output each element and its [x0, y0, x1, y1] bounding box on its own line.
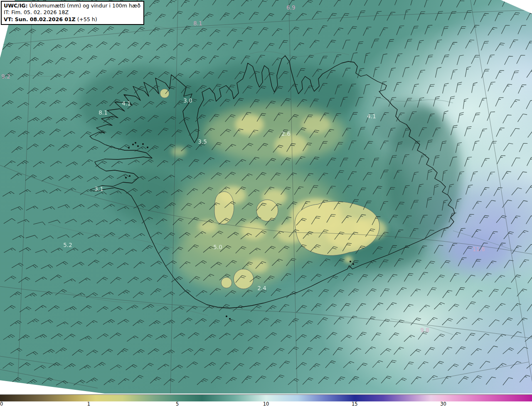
wind-barb: [510, 128, 520, 137]
wind-barb: [133, 350, 144, 355]
wind-barb: [304, 55, 314, 63]
wind-barb: [2, 43, 13, 50]
wind-barb: [204, 362, 216, 368]
wind-barb: [411, 26, 419, 35]
wind-barb: [57, 28, 68, 34]
wind-barb: [502, 0, 510, 7]
wind-barb: [518, 85, 527, 93]
wind-barb: [334, 28, 343, 36]
wind-barb: [81, 44, 92, 50]
wind-barb: [127, 336, 138, 341]
wind-barb: [26, 352, 38, 356]
wind-barb: [288, 347, 298, 354]
wind-barb: [279, 40, 288, 49]
wind-barb: [366, 289, 377, 296]
wind-barb: [403, 67, 410, 77]
wind-barb: [448, 96, 455, 106]
wind-barb: [449, 42, 457, 51]
wind-barb: [441, 27, 448, 36]
wind-barb: [34, 131, 45, 137]
wind-barb: [518, 201, 527, 208]
wind-barb: [395, 54, 403, 63]
wind-barb: [149, 320, 160, 326]
wind-barb: [281, 274, 291, 281]
wind-barb: [372, 361, 383, 368]
wind-barb: [5, 130, 15, 137]
wind-barb: [103, 232, 115, 238]
wind-barb: [526, 216, 532, 224]
wind-barb: [411, 0, 417, 5]
wind-barb: [48, 220, 60, 223]
wind-barb: [25, 379, 37, 384]
wind-barb: [480, 129, 487, 138]
wind-barb: [464, 10, 472, 20]
wind-barb: [71, 176, 83, 181]
wind-barb: [495, 334, 506, 341]
wind-barb: [18, 43, 30, 49]
wind-barb: [389, 68, 396, 78]
wind-barb: [512, 158, 520, 166]
wind-barb: [343, 361, 354, 368]
wind-barb: [173, 306, 185, 311]
wind-barb: [319, 0, 328, 5]
wind-barb: [110, 365, 122, 370]
wind-barb: [303, 347, 313, 355]
wind-barb: [426, 55, 433, 64]
wind-barb: [279, 304, 289, 312]
wind-barb: [410, 349, 421, 356]
wind-barb: [387, 303, 397, 310]
wind-barb: [97, 334, 108, 339]
wind-barb: [242, 290, 252, 297]
wind-barb: [111, 306, 122, 311]
wind-barb: [35, 249, 47, 253]
wind-barb: [350, 0, 358, 5]
wind-barb: [458, 113, 464, 123]
wind-barb: [118, 319, 129, 324]
wind-barb: [140, 42, 151, 49]
wind-barb: [181, 0, 191, 7]
wind-barb: [271, 289, 281, 296]
product-code: UWC/IG:: [4, 2, 28, 9]
wind-barb: [487, 112, 495, 120]
wind-barb: [133, 233, 145, 238]
wind-barb: [271, 320, 281, 326]
wind-barb: [371, 39, 379, 48]
wind-barb: [465, 66, 471, 77]
wind-barb: [450, 274, 459, 282]
wind-barb: [348, 289, 359, 296]
wind-barb: [103, 27, 114, 33]
wind-barb: [249, 42, 259, 50]
wind-barb: [25, 29, 36, 35]
wind-barb: [425, 347, 435, 355]
wind-barb: [296, 275, 306, 282]
wind-barb: [210, 288, 221, 295]
wind-barb: [480, 188, 489, 196]
wind-barb: [65, 42, 76, 48]
wind-barb: [387, 12, 396, 21]
wind-barb: [404, 304, 413, 312]
wind-barb: [241, 320, 252, 325]
wind-barb: [474, 0, 481, 5]
wind-barb: [33, 72, 44, 78]
wind-barb: [288, 318, 299, 325]
wind-barb: [381, 54, 387, 64]
wind-barb: [436, 67, 441, 78]
wind-barb: [143, 304, 154, 309]
wind-barb: [56, 117, 67, 123]
wind-barb: [480, 13, 489, 22]
wind-barb: [17, 219, 30, 223]
wind-barb: [525, 245, 532, 252]
wind-barb: [49, 100, 61, 106]
wind-barb: [163, 292, 175, 297]
wind-barb: [118, 290, 130, 296]
wind-barb: [303, 378, 313, 385]
wind-barb: [164, 29, 175, 37]
wind-barb: [4, 161, 15, 166]
wind-barb: [435, 275, 445, 282]
wind-barb: [51, 248, 63, 253]
wind-barb: [411, 289, 421, 296]
wind-barb: [48, 306, 59, 311]
wind-barb: [397, 26, 404, 35]
wind-barb: [418, 362, 429, 369]
wind-barb: [512, 246, 522, 254]
